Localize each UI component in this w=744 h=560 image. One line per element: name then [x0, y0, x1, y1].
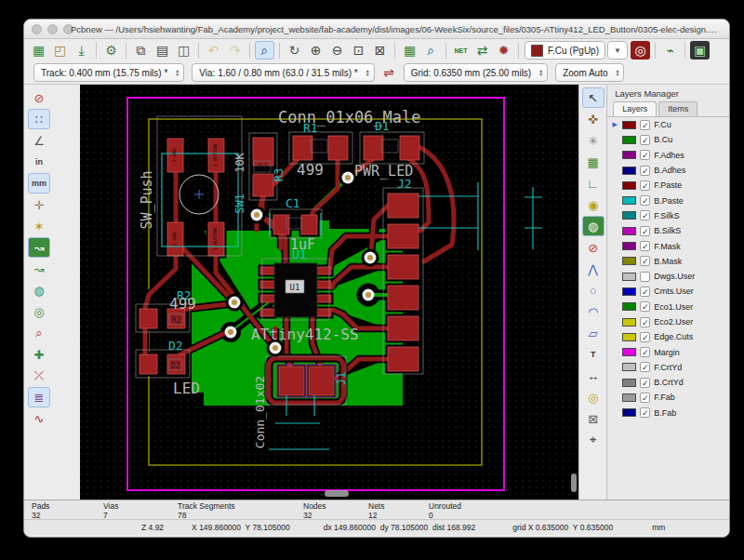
track-width-icon[interactable]: ⇌: [379, 63, 399, 82]
layer-visibility-checkbox[interactable]: ✓: [640, 287, 650, 297]
zoom-out-icon[interactable]: ⊖: [327, 41, 347, 60]
footprint-mode-icon[interactable]: ▦: [400, 41, 419, 60]
open-board-icon[interactable]: ◰: [50, 41, 70, 60]
layer-color-swatch[interactable]: [622, 257, 636, 265]
layer-color-swatch[interactable]: [622, 408, 636, 417]
layer-visibility-checkbox[interactable]: ✓: [640, 332, 650, 342]
update-pcb-icon[interactable]: ⇄: [472, 41, 492, 60]
polar-coords-icon[interactable]: ∠: [28, 130, 50, 151]
layer-visibility-checkbox[interactable]: ✓: [640, 166, 650, 176]
layer-visibility-checkbox[interactable]: ✓: [640, 195, 650, 206]
layer-color-swatch[interactable]: [622, 181, 636, 190]
add-target-icon[interactable]: ◎: [582, 387, 604, 407]
layer-visibility-checkbox[interactable]: [640, 272, 650, 282]
active-layer-select[interactable]: F.Cu (PgUp): [525, 41, 605, 60]
layer-color-swatch[interactable]: [622, 136, 636, 144]
layer-row-f-silks[interactable]: ✓F.SilkS: [607, 208, 729, 223]
add-keepout-icon[interactable]: ⊘: [582, 237, 604, 258]
layer-color-swatch[interactable]: [622, 273, 636, 281]
layer-visibility-checkbox[interactable]: ✓: [640, 256, 650, 266]
layer-row-f-fab[interactable]: ✓F.Fab: [607, 390, 729, 405]
layer-visibility-checkbox[interactable]: ✓: [640, 347, 650, 357]
layer-visibility-checkbox[interactable]: ✓: [640, 150, 650, 160]
units-inch-icon[interactable]: in: [28, 152, 50, 172]
add-line-icon[interactable]: ⋀: [582, 259, 604, 279]
close-window-icon[interactable]: [32, 24, 42, 34]
auto-delete-track-icon[interactable]: ↝: [28, 259, 50, 279]
units-mm-icon[interactable]: mm: [28, 173, 50, 193]
track-width-select[interactable]: Track: 0.400 mm (15.75 mils) * ▲▼: [33, 63, 184, 82]
layer-row-edge-cuts[interactable]: ✓Edge.Cuts: [607, 329, 729, 344]
layer-visibility-checkbox[interactable]: ✓: [640, 393, 650, 403]
layer-row-eco2-user[interactable]: ✓Eco2.User: [607, 314, 729, 329]
add-text-icon[interactable]: T: [582, 344, 604, 365]
add-zone-icon[interactable]: ◍: [582, 216, 604, 236]
drc-off-icon[interactable]: ⊘: [28, 87, 50, 108]
layer-row-b-cu[interactable]: ✓B.Cu: [607, 132, 729, 147]
zoom-in-icon[interactable]: ⊕: [306, 41, 326, 60]
zone-display-icon[interactable]: ◍: [28, 280, 50, 300]
layer-color-swatch[interactable]: [622, 121, 636, 129]
title-bar[interactable]: Pcbnew — /Users/hsiehwanting/Fab_Academy…: [24, 20, 729, 39]
minimize-window-icon[interactable]: [47, 24, 58, 34]
layer-row-b-fab[interactable]: ✓B.Fab: [607, 406, 729, 420]
layer-row-f-mask[interactable]: ✓F.Mask: [607, 238, 729, 253]
add-circle-icon[interactable]: ○: [582, 280, 604, 300]
layer-visibility-checkbox[interactable]: ✓: [640, 378, 650, 388]
layer-row-dwgs-user[interactable]: Dwgs.User: [607, 269, 729, 284]
net-inspect-icon[interactable]: NET: [451, 41, 471, 60]
select-tool-icon[interactable]: ↖: [582, 87, 604, 108]
plot-icon[interactable]: ◫: [174, 41, 193, 60]
layer-select-chevron-icon[interactable]: ▼: [607, 41, 628, 60]
highlight-net-icon[interactable]: ✜: [582, 109, 604, 129]
layer-visibility-checkbox[interactable]: ✓: [640, 362, 650, 372]
layer-color-swatch[interactable]: [622, 227, 636, 235]
layer-color-swatch[interactable]: [622, 242, 636, 250]
layer-row-eco1-user[interactable]: ✓Eco1.User: [607, 300, 729, 314]
track-45-icon[interactable]: ⤫: [28, 366, 50, 386]
layer-row-margin[interactable]: ✓Margin: [607, 344, 729, 359]
grid-visibility-icon[interactable]: ∷: [28, 109, 50, 129]
ratsnest-visibility-icon[interactable]: ✶: [28, 216, 50, 236]
local-ratsnest-icon[interactable]: ✳: [582, 130, 604, 151]
layer-visibility-checkbox[interactable]: ✓: [640, 301, 650, 312]
layer-row-cmts-user[interactable]: ✓Cmts.User: [607, 284, 729, 299]
layer-visibility-checkbox[interactable]: ✓: [640, 317, 650, 327]
layer-color-swatch[interactable]: [622, 211, 636, 220]
tab-items[interactable]: Items: [658, 101, 698, 116]
board-setup-icon[interactable]: ⚙: [101, 41, 121, 60]
layers-pairs-icon[interactable]: ≣: [28, 387, 50, 407]
layer-visibility-checkbox[interactable]: ✓: [640, 120, 650, 130]
microwave-tools-icon[interactable]: ⌁: [660, 41, 680, 60]
refresh-icon[interactable]: ↻: [285, 41, 304, 60]
horizontal-scrollbar[interactable]: [325, 490, 349, 497]
track-display-icon[interactable]: ⌕: [28, 323, 50, 343]
zoom-select[interactable]: Zoom Auto ▲▼: [555, 63, 624, 82]
layer-row-f-cu[interactable]: ▶✓F.Cu: [607, 117, 729, 132]
layer-visibility-checkbox[interactable]: ✓: [640, 226, 650, 236]
layer-color-swatch[interactable]: [622, 363, 636, 371]
add-footprint-icon[interactable]: ▦: [582, 152, 604, 172]
page-settings-icon[interactable]: ⧉: [131, 41, 151, 60]
grid-origin-icon[interactable]: ⌖: [582, 430, 604, 450]
footprint-search-icon[interactable]: ⌕: [421, 41, 441, 60]
layer-color-swatch[interactable]: [622, 393, 636, 402]
undo-icon[interactable]: ↶: [204, 41, 223, 60]
layer-row-b-silks[interactable]: ✓B.SilkS: [607, 223, 729, 238]
add-arc-icon[interactable]: ◠: [582, 301, 604, 322]
redo-icon[interactable]: ↷: [225, 41, 245, 60]
layer-row-b-paste[interactable]: ✓B.Paste: [607, 193, 729, 207]
pcb-canvas[interactable]: Conn_01x06_Male R1 499 D1 PWR_LED J2 C1 …: [80, 85, 578, 500]
layer-color-swatch[interactable]: [622, 379, 636, 387]
vertical-scrollbar[interactable]: [571, 473, 577, 492]
save-board-icon[interactable]: ⤓: [72, 41, 91, 60]
ratsnest-mode-icon[interactable]: ↝: [28, 237, 50, 258]
layer-color-swatch[interactable]: [622, 318, 636, 327]
layer-color-swatch[interactable]: [622, 167, 636, 175]
high-contrast-icon[interactable]: ✚: [28, 344, 50, 365]
print-icon[interactable]: ▤: [153, 41, 172, 60]
new-board-icon[interactable]: ▦: [29, 41, 48, 60]
tune-track-icon[interactable]: ∿: [28, 408, 50, 429]
via-size-select[interactable]: Via: 1.60 / 0.80 mm (63.0 / 31.5 mils) *…: [192, 63, 374, 82]
zoom-fit-icon[interactable]: ⊡: [349, 41, 368, 60]
